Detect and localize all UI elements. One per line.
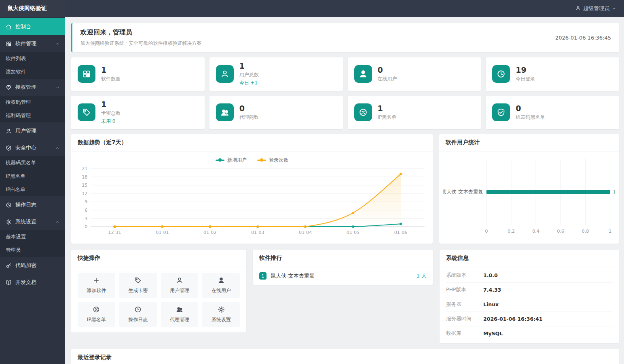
quick-action-button[interactable]: 生成卡密: [119, 273, 157, 298]
sidebar-item[interactable]: 代码加密: [0, 257, 65, 274]
stat-value: 0: [239, 104, 259, 113]
quick-action-label: 操作日志: [128, 316, 148, 323]
quick-action-label: 代理管理: [170, 316, 189, 323]
server-datetime: 2026-01-06 16:36:45: [555, 35, 611, 41]
quick-action-button[interactable]: 添加软件: [78, 273, 115, 298]
user-outline-icon: [6, 128, 12, 134]
sidebar-subitem[interactable]: 管理员: [0, 244, 65, 257]
ranking-row: 1 鼠大侠-文本去重复 1 人: [253, 267, 433, 285]
sidebar-item[interactable]: 操作日志: [0, 196, 65, 213]
quick-action-label: 添加软件: [87, 287, 106, 294]
stat-value: 0: [516, 104, 545, 113]
quick-action-label: IP黑名单: [87, 316, 106, 323]
legend-item[interactable]: 新增用户: [216, 157, 247, 164]
sidebar-subitem[interactable]: 添加软件: [0, 65, 65, 79]
system-info-row: 服务器 Linux: [446, 297, 613, 312]
sidebar-nav: 控制台软件管理软件列表添加软件授权管理授权码管理福利码管理用户管理安全中心机器码…: [0, 17, 65, 364]
svg-text:01-05: 01-05: [347, 230, 360, 235]
sidebar-item[interactable]: 用户管理: [0, 122, 65, 139]
sidebar-subitem[interactable]: 机器码黑名单: [0, 156, 65, 170]
sidebar-subitem[interactable]: IP黑名单: [0, 170, 65, 183]
sidebar-subitem[interactable]: 授权码管理: [0, 96, 65, 109]
app-logo: 鼠大侠网络验证: [0, 0, 65, 17]
system-info-row: 数据库 MySQL: [446, 326, 613, 341]
sidebar-item[interactable]: 软件管理: [0, 35, 65, 52]
home-icon: [6, 24, 12, 30]
stat-card: 1 用户总数 今日 +1: [209, 57, 343, 91]
sidebar-item[interactable]: 授权管理: [0, 79, 65, 96]
stat-card: 0 在线用户: [348, 57, 481, 91]
svg-text:3: 3: [85, 216, 87, 221]
chevron-up-icon: [55, 146, 60, 150]
usage-chart-card: 软件用户统计 00.20.40.60.81鼠大侠-文本去重复1: [439, 134, 619, 244]
sidebar-subitem[interactable]: IP白名单: [0, 183, 65, 196]
welcome-title: 欢迎回来，管理员: [80, 28, 201, 37]
shield-check-icon: [6, 145, 12, 151]
svg-text:6: 6: [85, 208, 87, 213]
system-info-row: 服务器时间 2026-01-06 16:36:41: [446, 312, 613, 326]
usage-chart-title: 软件用户统计: [439, 134, 619, 151]
quick-action-button[interactable]: 用户管理: [161, 273, 199, 298]
svg-text:9: 9: [85, 199, 87, 204]
software-ranking-card: 软件排行 1 鼠大侠-文本去重复 1 人: [253, 250, 433, 285]
trend-chart-card: 数据趋势（近7天） 新增用户登录次数 03691215182112-3101-0…: [71, 134, 433, 244]
info-label: 数据库: [446, 330, 483, 337]
svg-text:0.8: 0.8: [582, 229, 589, 234]
info-value: 7.4.33: [483, 287, 501, 293]
stat-value: 0: [378, 66, 397, 74]
svg-text:1: 1: [613, 189, 615, 195]
quick-action-label: 用户管理: [170, 287, 189, 294]
quick-action-button[interactable]: 代理管理: [161, 302, 199, 327]
topbar-right: 超级管理员: [65, 0, 624, 17]
info-label: 系统版本: [446, 272, 483, 279]
user-count: 1 人: [417, 272, 427, 280]
svg-text:01-06: 01-06: [394, 230, 407, 235]
sidebar-item[interactable]: 开发文档: [0, 274, 65, 291]
sidebar-item[interactable]: 控制台: [0, 18, 65, 35]
stat-card: 0 机器码黑名单: [486, 96, 619, 129]
stat-value: 1: [239, 62, 259, 70]
stat-label: 代理商数: [239, 114, 259, 121]
sidebar-subitem[interactable]: 基本设置: [0, 230, 65, 244]
sidebar-subitem[interactable]: 软件列表: [0, 52, 65, 65]
quick-actions-card: 快捷操作 添加软件 生成卡密: [71, 250, 246, 332]
gem-icon: [6, 84, 12, 90]
trend-chart-title: 数据趋势（近7天）: [71, 134, 433, 151]
shield-check-icon: [492, 103, 510, 121]
sidebar-item[interactable]: 安全中心: [0, 139, 65, 156]
svg-text:1: 1: [609, 229, 611, 234]
user-outline-icon: [216, 65, 234, 83]
quick-action-button[interactable]: 在线用户: [202, 273, 240, 298]
svg-text:01-02: 01-02: [203, 230, 216, 235]
grid-icon: [6, 41, 12, 47]
info-label: PHP版本: [446, 286, 483, 293]
svg-text:鼠大侠-文本去重复: 鼠大侠-文本去重复: [443, 189, 483, 195]
info-value: MySQL: [483, 330, 503, 337]
book-icon: [6, 280, 12, 286]
sidebar-item[interactable]: 系统设置: [0, 213, 65, 230]
stat-card: 0 代理商数: [209, 96, 343, 129]
user-menu[interactable]: 超级管理员: [575, 5, 616, 12]
quick-action-label: 生成卡密: [128, 287, 148, 294]
user-icon: [354, 65, 372, 83]
legend-item[interactable]: 登录次数: [257, 157, 288, 164]
clock-icon: [6, 202, 12, 208]
stat-card: 1 IP黑名单: [348, 96, 481, 129]
quick-action-button[interactable]: 操作日志: [119, 302, 157, 327]
info-label: 服务器: [446, 301, 483, 308]
chart-legend: 新增用户登录次数: [71, 151, 433, 164]
key-icon: [6, 263, 12, 269]
svg-text:01-01: 01-01: [156, 230, 169, 235]
software-ranking-title: 软件排行: [253, 250, 433, 267]
user-label: 超级管理员: [583, 5, 609, 12]
sidebar-subitem[interactable]: 福利码管理: [0, 109, 65, 122]
stat-value: 1: [101, 100, 121, 109]
chevron-up-icon: [55, 220, 60, 224]
quick-action-button[interactable]: 系统设置: [202, 302, 240, 327]
quick-actions-title: 快捷操作: [71, 250, 246, 267]
stat-value: 1: [378, 104, 397, 113]
quick-action-button[interactable]: IP黑名单: [78, 302, 115, 327]
users-icon: [216, 103, 234, 121]
svg-text:15: 15: [82, 183, 87, 188]
stat-label: 机器码黑名单: [516, 114, 545, 121]
